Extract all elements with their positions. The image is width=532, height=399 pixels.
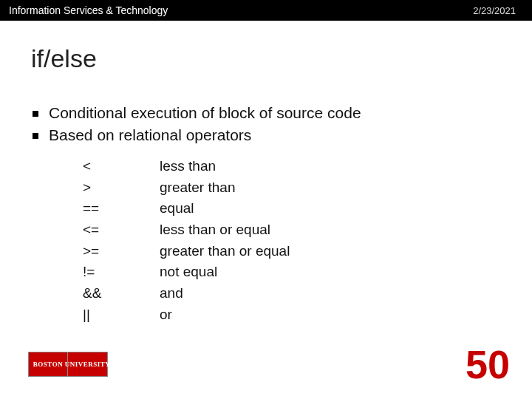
bullet-text: Based on relational operators	[49, 126, 251, 144]
operator-row: > greater than	[83, 179, 532, 197]
slide-date: 2/23/2021	[473, 5, 516, 16]
operator-symbol: &&	[83, 284, 160, 303]
bullet-icon	[33, 111, 38, 117]
operator-table: < less than > greater than == equal <= l…	[83, 157, 532, 324]
operator-desc: or	[160, 306, 172, 324]
operator-desc: greater than or equal	[160, 242, 290, 261]
operator-desc: less than or equal	[160, 221, 270, 239]
operator-desc: less than	[160, 157, 216, 176]
operator-row: < less than	[83, 157, 532, 176]
operator-symbol: !=	[83, 263, 160, 282]
bullet-text: Conditional execution of block of source…	[49, 104, 361, 122]
operator-symbol: ||	[83, 306, 160, 324]
boston-university-logo: BOSTON UNIVERSITY	[28, 352, 108, 377]
operator-desc: equal	[160, 200, 194, 218]
operator-desc: and	[160, 284, 183, 303]
bullet-list: Conditional execution of block of source…	[33, 104, 532, 144]
bullet-icon	[33, 133, 38, 139]
operator-row: && and	[83, 284, 532, 303]
logo-text-top: BOSTON	[33, 361, 63, 368]
operator-row: != not equal	[83, 263, 532, 282]
slide: Information Services & Technology 2/23/2…	[0, 0, 532, 399]
bullet-item: Based on relational operators	[33, 126, 532, 144]
operator-symbol: <	[83, 157, 160, 176]
operator-row: >= greater than or equal	[83, 242, 532, 261]
top-bar: Information Services & Technology 2/23/2…	[0, 0, 532, 21]
operator-symbol: >	[83, 179, 160, 197]
operator-row: || or	[83, 306, 532, 324]
operator-symbol: <=	[83, 221, 160, 239]
operator-desc: not equal	[160, 263, 217, 282]
logo-text-bottom: UNIVERSITY	[65, 361, 111, 368]
operator-symbol: ==	[83, 200, 160, 218]
operator-symbol: >=	[83, 242, 160, 261]
page-number: 50	[466, 341, 510, 387]
operator-row: == equal	[83, 200, 532, 218]
bullet-item: Conditional execution of block of source…	[33, 104, 532, 122]
org-name: Information Services & Technology	[9, 4, 168, 16]
operator-row: <= less than or equal	[83, 221, 532, 239]
operator-desc: greater than	[160, 179, 235, 197]
slide-title: if/else	[31, 44, 532, 73]
